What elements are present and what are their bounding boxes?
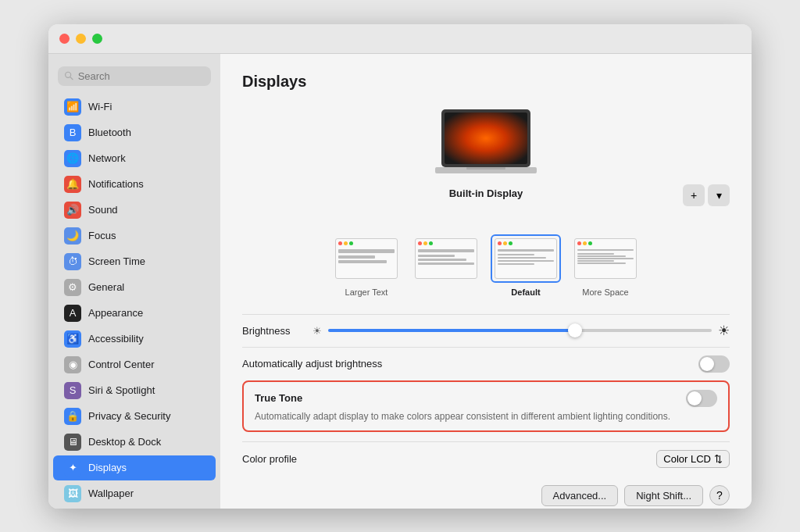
sidebar-item-label-network: Network: [88, 152, 126, 164]
sidebar-item-label-general: General: [88, 281, 124, 293]
titlebar: [48, 24, 752, 54]
brightness-slider-wrap: ☀ ☀: [312, 323, 730, 339]
true-tone-toggle[interactable]: [686, 390, 717, 407]
sidebar-item-sound[interactable]: 🔊Sound: [53, 198, 216, 223]
sidebar-item-displays[interactable]: ✦Displays: [53, 455, 216, 480]
res-label-larger-text: Larger Text: [345, 287, 388, 297]
true-tone-box: True Tone Automatically adapt display to…: [242, 380, 730, 433]
bottom-buttons: Advanced... Night Shift... ?: [242, 476, 730, 508]
bluetooth-icon: B: [64, 124, 81, 141]
resolution-option-2[interactable]: [411, 234, 481, 297]
brightness-label: Brightness: [242, 325, 305, 337]
svg-line-1: [70, 77, 73, 80]
wifi-icon: 📶: [64, 98, 81, 116]
window-content: 📶Wi-FiBBluetooth🌐Network🔔Notifications🔊S…: [48, 54, 752, 509]
sidebar-item-accessibility[interactable]: ♿Accessibility: [53, 327, 216, 352]
main-content: Displays: [220, 54, 752, 509]
sidebar-item-screentime[interactable]: ⏱Screen Time: [53, 249, 216, 274]
displays-icon: ✦: [64, 459, 81, 477]
color-profile-row: Color profile Color LCD ⇅: [242, 441, 730, 476]
sidebar-item-label-bluetooth: Bluetooth: [88, 127, 131, 138]
resolution-option-more-space[interactable]: More Space: [570, 234, 641, 297]
notifications-icon: 🔔: [64, 176, 81, 193]
res-preview-larger-text: [331, 234, 402, 283]
color-profile-arrow: ⇅: [714, 453, 723, 465]
sidebar-item-label-notifications: Notifications: [88, 178, 144, 190]
desktop-icon: 🖥: [64, 434, 81, 451]
sun-icon-small: ☀: [312, 325, 322, 337]
accessibility-icon: ♿: [64, 330, 81, 348]
brightness-slider[interactable]: [328, 329, 712, 332]
svg-point-0: [66, 72, 71, 77]
wallpaper-icon: 🖼: [64, 485, 81, 502]
sidebar-item-focus[interactable]: 🌙Focus: [53, 223, 216, 248]
sidebar-item-label-control: Control Center: [88, 359, 155, 370]
sidebar-item-desktop[interactable]: 🖥Desktop & Dock: [53, 430, 216, 455]
display-preview: Built-in Display + ▾: [242, 106, 730, 219]
resolution-option-default[interactable]: Default: [491, 234, 561, 297]
toggle-thumb: [700, 357, 714, 371]
help-button[interactable]: ?: [709, 485, 730, 505]
true-tone-header: True Tone: [255, 390, 717, 407]
res-label-default: Default: [511, 287, 540, 297]
res-label-more-space: More Space: [582, 287, 628, 297]
display-header-row: Built-in Display + ▾: [242, 184, 730, 206]
res-preview-default: [491, 234, 561, 283]
siri-icon: S: [64, 382, 81, 399]
sidebar-item-label-siri: Siri & Spotlight: [88, 384, 155, 396]
add-display-button[interactable]: +: [683, 184, 705, 206]
sidebar-item-label-displays: Displays: [88, 462, 127, 473]
resolution-options: Larger Text: [242, 234, 730, 297]
brightness-row: Brightness ☀ ☀: [242, 314, 730, 347]
resolution-option-larger-text[interactable]: Larger Text: [331, 234, 402, 297]
search-input[interactable]: [78, 70, 205, 82]
sidebar-item-appearance[interactable]: AAppearance: [53, 301, 216, 326]
laptop-image: [435, 106, 537, 180]
search-icon: [64, 70, 74, 81]
sidebar-item-privacy[interactable]: 🔒Privacy & Security: [53, 404, 216, 429]
search-box[interactable]: [58, 66, 211, 86]
night-shift-button[interactable]: Night Shift...: [624, 485, 703, 506]
true-tone-title: True Tone: [255, 392, 302, 404]
minimize-button[interactable]: [76, 34, 86, 44]
auto-brightness-toggle[interactable]: [698, 355, 730, 373]
control-icon: ◉: [64, 356, 81, 373]
appearance-icon: A: [64, 305, 81, 322]
res-preview-inner-more-space: [574, 238, 637, 279]
res-preview-2: [411, 234, 481, 283]
sidebar-item-screensaver[interactable]: ◻Screen Saver: [53, 507, 216, 509]
search-container: [48, 62, 220, 94]
maximize-button[interactable]: [92, 34, 102, 44]
privacy-icon: 🔒: [64, 408, 81, 425]
res-preview-inner-2: [415, 238, 477, 279]
sound-icon: 🔊: [64, 202, 81, 219]
sidebar-item-label-accessibility: Accessibility: [88, 333, 144, 345]
sidebar-item-control[interactable]: ◉Control Center: [53, 352, 216, 377]
sidebar-item-label-focus: Focus: [88, 230, 116, 241]
screentime-icon: ⏱: [64, 253, 81, 270]
res-preview-inner: [335, 238, 398, 279]
sidebar-item-label-wifi: Wi-Fi: [88, 101, 112, 112]
svg-rect-6: [466, 167, 505, 170]
general-icon: ⚙: [64, 279, 81, 296]
sidebar-item-label-desktop: Desktop & Dock: [88, 436, 161, 448]
sidebar-item-wallpaper[interactable]: 🖼Wallpaper: [53, 481, 216, 506]
true-tone-description: Automatically adapt display to make colo…: [255, 410, 717, 423]
display-dropdown-button[interactable]: ▾: [708, 184, 730, 206]
res-preview-inner-default: [495, 238, 557, 279]
sidebar-item-network[interactable]: 🌐Network: [53, 146, 216, 171]
color-profile-label: Color profile: [242, 453, 297, 465]
sun-icon-large: ☀: [718, 323, 730, 339]
network-icon: 🌐: [64, 150, 81, 167]
sidebar-items-list: 📶Wi-FiBBluetooth🌐Network🔔Notifications🔊S…: [48, 95, 220, 509]
color-profile-select[interactable]: Color LCD ⇅: [656, 450, 730, 468]
advanced-button[interactable]: Advanced...: [541, 485, 619, 506]
sidebar-item-notifications[interactable]: 🔔Notifications: [53, 172, 216, 197]
sidebar-item-wifi[interactable]: 📶Wi-Fi: [53, 95, 216, 120]
sidebar: 📶Wi-FiBBluetooth🌐Network🔔Notifications🔊S…: [48, 54, 220, 509]
close-button[interactable]: [59, 34, 70, 44]
sidebar-item-siri[interactable]: SSiri & Spotlight: [53, 378, 216, 403]
sidebar-item-general[interactable]: ⚙General: [53, 275, 216, 300]
sidebar-item-label-appearance: Appearance: [88, 307, 143, 319]
sidebar-item-bluetooth[interactable]: BBluetooth: [53, 120, 216, 145]
